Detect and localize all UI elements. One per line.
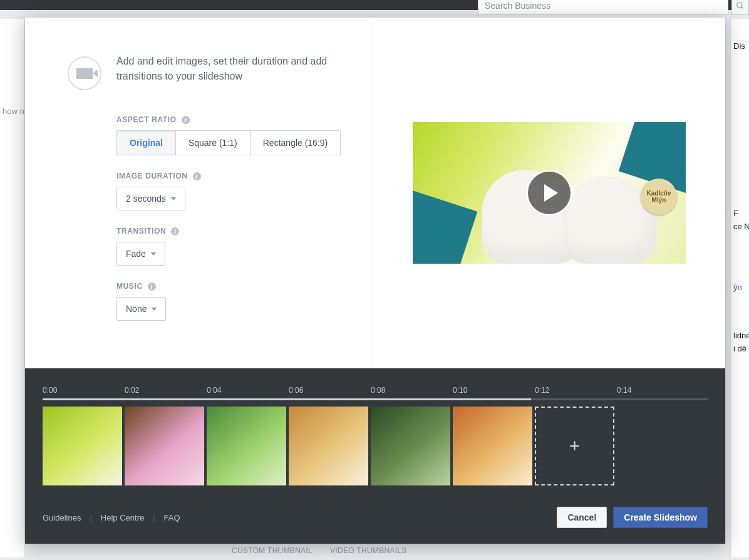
timeline-thumb[interactable] [453, 407, 532, 485]
svg-line-1 [741, 7, 743, 9]
aspect-ratio-label: ASPECT RATIO [116, 115, 177, 124]
timeline-thumb[interactable] [371, 407, 450, 485]
play-button[interactable] [526, 170, 572, 216]
tick: 0:14 [617, 386, 699, 395]
plus-icon: + [569, 435, 581, 457]
footer-link-help[interactable]: Help Centre [101, 513, 144, 522]
image-duration-label: IMAGE DURATION [116, 172, 188, 180]
timeline-thumb[interactable] [289, 407, 368, 485]
timeline-thumb[interactable] [43, 407, 122, 485]
cancel-button[interactable]: Cancel [557, 507, 607, 528]
timeline-track[interactable] [43, 398, 708, 400]
video-settings-icon [68, 56, 101, 90]
svg-point-0 [737, 3, 742, 8]
brand-badge: Kadlcův Mlýn [641, 179, 677, 215]
preview-pane: Kadlcův Mlýn [373, 18, 725, 368]
info-icon[interactable]: i [193, 172, 201, 180]
bg-search-input[interactable]: Search Business [478, 0, 728, 15]
intro-text: Add and edit images, set their duration … [116, 54, 348, 84]
tick: 0:02 [125, 386, 207, 395]
music-value: None [126, 304, 147, 314]
settings-pane: Add and edit images, set their duration … [25, 18, 373, 368]
timeline-area: 0:00 0:02 0:04 0:06 0:08 0:10 0:12 0:14 … [25, 368, 725, 544]
aspect-ratio-rectangle[interactable]: Rectangle (16:9) [251, 131, 341, 155]
create-slideshow-button[interactable]: Create Slideshow [613, 507, 708, 528]
tick: 0:04 [207, 386, 289, 395]
aspect-ratio-square[interactable]: Square (1:1) [176, 131, 251, 155]
slideshow-modal: Add and edit images, set their duration … [25, 18, 725, 544]
info-icon[interactable]: i [171, 227, 179, 236]
tick: 0:06 [289, 386, 371, 395]
footer-link-faq[interactable]: FAQ [164, 513, 180, 522]
image-duration-value: 2 seconds [126, 194, 166, 204]
bg-left-strip: how n [0, 19, 25, 557]
timeline-ticks: 0:00 0:02 0:04 0:06 0:08 0:10 0:12 0:14 [43, 386, 708, 395]
bg-bottom-tabs: CUSTOM THUMBNAIL VIDEO THUMBNAILS [232, 546, 407, 555]
music-dropdown[interactable]: None [116, 297, 166, 321]
add-image-button[interactable]: + [535, 407, 614, 485]
info-icon[interactable]: i [148, 283, 156, 291]
timeline-thumb[interactable] [125, 407, 204, 485]
image-duration-dropdown[interactable]: 2 seconds [116, 187, 185, 210]
timeline-thumb[interactable] [207, 407, 286, 485]
transition-value: Fade [126, 249, 146, 259]
tick: 0:10 [453, 386, 535, 395]
music-label: MUSIC [116, 282, 143, 291]
chevron-down-icon [151, 252, 156, 256]
timeline-progress [43, 398, 531, 400]
transition-label: TRANSITION [116, 227, 166, 236]
bg-search-button[interactable] [731, 0, 749, 15]
chevron-down-icon [171, 197, 176, 200]
footer-links: Guidelines | Help Centre | FAQ [43, 513, 180, 522]
bg-right-strip: Dis F ce Net ýn lidné i dě [730, 19, 749, 557]
timeline-thumbs: + [43, 407, 708, 485]
footer-link-guidelines[interactable]: Guidelines [43, 513, 81, 522]
tick: 0:00 [43, 386, 125, 395]
transition-dropdown[interactable]: Fade [116, 242, 165, 266]
modal-footer: Guidelines | Help Centre | FAQ Cancel Cr… [43, 507, 708, 528]
tick: 0:08 [371, 386, 453, 395]
aspect-ratio-original[interactable]: Original [117, 131, 176, 155]
bg-search-placeholder: Search Business [485, 1, 550, 11]
tick: 0:12 [535, 386, 617, 395]
info-icon[interactable]: i [182, 116, 190, 124]
chevron-down-icon [152, 308, 157, 311]
aspect-ratio-selector: Original Square (1:1) Rectangle (16:9) [116, 130, 341, 155]
preview-video[interactable]: Kadlcův Mlýn [413, 122, 686, 264]
